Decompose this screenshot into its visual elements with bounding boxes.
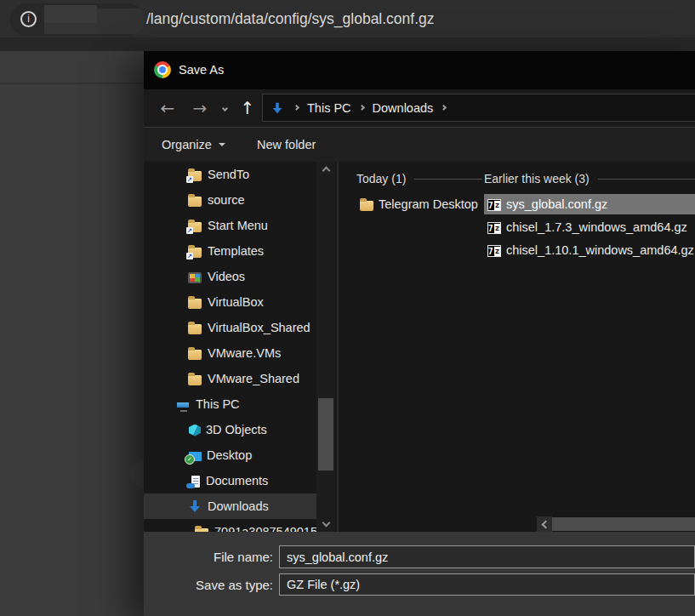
forward-arrow-icon: → [193,98,208,118]
group-rule [414,179,482,180]
save-as-dialog: Save As ← → ↑ This PC Downloads [144,51,695,616]
folder-icon [188,350,202,360]
sidebar-item-source[interactable]: source [144,187,316,213]
sidebar-item-desktop[interactable]: Desktop [144,442,316,468]
folder-shortcut-icon [188,248,202,258]
files-area: Today (1)Telegram Desktop Earlier this w… [340,162,695,532]
7z-icon: 7z [487,222,501,234]
file-item-label: chisel_1.10.1_windows_amd64.gz [506,243,694,257]
downloads-icon [271,101,283,113]
scrollbar-thumb[interactable] [318,398,333,471]
up-arrow-icon: ↑ [241,98,255,118]
sidebar-list: SendTosourceStart MenuTemplatesVideosVir… [144,162,316,532]
dialog-titlebar[interactable]: Save As [144,51,695,89]
file-group-0: Today (1)Telegram Desktop [356,162,482,217]
group-label: Today (1) [356,172,406,185]
chevron-right-icon[interactable] [441,105,447,111]
save-as-type-select[interactable]: GZ File (*.gz) [279,573,695,596]
scrollbar-thumb[interactable] [552,517,695,531]
file-item-telegram-desktop[interactable]: Telegram Desktop [356,194,482,214]
folder-shortcut-icon [188,222,202,232]
forward-button[interactable]: → [186,89,214,127]
group-rule [598,179,695,180]
address-pill[interactable]: i [10,3,145,36]
chevron-right-icon[interactable] [359,105,365,111]
file-item-chisel-1-10-1-windows-amd64-gz[interactable]: 7zchisel_1.10.1_windows_amd64.gz [484,240,695,260]
sidebar-scrollbar[interactable] [316,162,335,532]
page-divider-line [0,83,144,84]
dialog-navbar: ← → ↑ This PC Downloads [144,89,695,127]
file-name-input[interactable] [279,545,695,568]
cube-icon [189,425,201,436]
breadcrumb[interactable]: This PC Downloads [262,94,695,122]
url-text[interactable]: /lang/custom/data/config/sys_global.conf… [146,0,435,37]
chevron-down-icon [221,105,227,111]
sidebar-item-label: This PC [196,397,240,411]
sidebar-item-vmware-shared[interactable]: VMware_Shared [144,366,316,391]
new-folder-button[interactable]: New folder [257,128,316,162]
sidebar-item-label: VMware_Shared [208,372,299,385]
sidebar-item-downloads[interactable]: Downloads [144,493,316,519]
sidebar-item-label: VMware.VMs [208,346,281,360]
pane-divider [337,162,339,532]
redacted-block [97,9,145,34]
sidebar-item-templates[interactable]: Templates [144,238,316,264]
sidebar-item-vmware-vms[interactable]: VMware.VMs [144,340,316,366]
sidebar-item-virtualbox-shared[interactable]: VirtualBox_Shared [144,315,316,340]
chevron-down-icon [322,518,330,527]
file-item-label: sys_global.conf.gz [506,197,607,211]
sidebar-item-sendto[interactable]: SendTo [144,162,316,187]
new-folder-label: New folder [257,138,316,151]
thispc-icon [176,402,190,410]
7z-icon: 7z [487,245,501,257]
sidebar-item-label: VirtualBox [208,295,264,309]
sidebar-item-label: 3D Objects [206,423,267,436]
folder-shortcut-icon [188,171,202,181]
sidebar-item-start-menu[interactable]: Start Menu [144,213,316,238]
dialog-content: SendTosourceStart MenuTemplatesVideosVir… [144,162,695,532]
group-items: Telegram Desktop [356,194,482,214]
file-item-sys-global-conf-gz[interactable]: 7zsys_global.conf.gz [484,194,695,214]
redacted-block [44,23,97,34]
chevron-up-icon [322,166,330,174]
dialog-toolbar: Organize New folder [144,127,695,162]
breadcrumb-downloads[interactable]: Downloads [373,101,434,115]
organize-label: Organize [162,138,212,151]
sidebar-item-virtualbox[interactable]: VirtualBox [144,289,316,315]
organize-button[interactable]: Organize [162,128,225,162]
horizontal-scrollbar[interactable] [537,516,695,532]
sidebar-item-7091a3087549015[interactable]: 7091a3087549015 [144,519,316,532]
sidebar-item-documents[interactable]: Documents [144,468,316,493]
7z-letter: z [494,201,500,210]
sidebar-item-videos[interactable]: Videos [144,264,316,289]
group-items: 7zsys_global.conf.gz7zchisel_1.7.3_windo… [484,194,695,260]
scroll-left-button[interactable] [537,516,552,532]
folder-icon [188,299,202,309]
sidebar-item-label: source [208,193,245,207]
folder-icon [188,324,202,334]
back-button[interactable]: ← [154,89,181,127]
up-button[interactable]: ↑ [234,89,261,127]
chevron-right-icon[interactable] [293,105,299,111]
info-icon[interactable]: i [20,11,37,27]
sidebar-item-label: Videos [208,270,245,283]
7z-icon: 7z [487,199,501,211]
sidebar-item-label: VirtualBox_Shared [208,321,310,334]
browser-address-bar: i /lang/custom/data/config/sys_global.co… [0,0,695,37]
file-name-label: File name: [144,545,273,568]
file-item-label: Telegram Desktop [379,197,478,211]
recent-locations-button[interactable] [215,89,234,127]
downloads-icon [188,499,202,513]
documents-icon [191,476,200,488]
sidebar-item-3d-objects[interactable]: 3D Objects [144,417,316,442]
group-header[interactable]: Today (1) [356,172,482,185]
file-item-chisel-1-7-3-windows-amd64-gz[interactable]: 7zchisel_1.7.3_windows_amd64.gz [484,217,695,237]
sidebar-item-label: Desktop [207,448,252,462]
browser-substrip [0,37,695,51]
sidebar-item-label: Templates [208,244,264,258]
scroll-down-button[interactable] [316,517,335,531]
sidebar-item-this-pc[interactable]: This PC [144,391,316,417]
group-header[interactable]: Earlier this week (3) [484,172,695,185]
scroll-up-button[interactable] [316,162,335,175]
breadcrumb-this-pc[interactable]: This PC [307,101,351,115]
